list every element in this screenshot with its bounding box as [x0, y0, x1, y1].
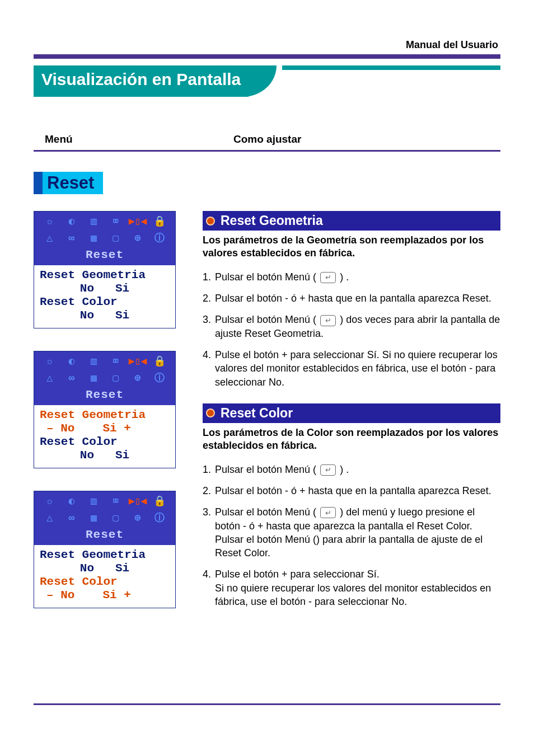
osd-opt-no: No: [80, 562, 94, 575]
osd-title: Reset: [34, 527, 175, 545]
osd-opt-no: No: [80, 282, 94, 295]
col-menu: Menú: [34, 133, 233, 145]
osd-panel-2: ☼ ◐ ▥ ⌧ ▶▯◀ 🔒 △ ∞ ▦ ▢ ⊕ ⓘ Reset Reset Ge…: [34, 351, 176, 468]
plus-icon: ⊕: [127, 372, 148, 385]
loop-icon: ∞: [60, 232, 82, 245]
geometry-icon: ▥: [83, 495, 105, 508]
enter-icon: ↵: [320, 507, 336, 518]
section-chip-reset: Reset: [34, 172, 103, 194]
window-icon: ▢: [105, 232, 127, 245]
info-icon: ⓘ: [149, 372, 171, 385]
osd-item-color-active: Reset Color: [40, 575, 170, 589]
geometry-icon: ▥: [83, 215, 105, 228]
manual-label: Manual del Usuario: [34, 39, 500, 51]
step: 3. Pulsar el botón Menú ( ↵ ) dos veces …: [203, 313, 500, 340]
grid-icon: ▦: [83, 372, 105, 385]
columns-rule: [34, 150, 500, 152]
lock-icon: 🔒: [149, 495, 171, 508]
loop-icon: ∞: [60, 511, 82, 525]
reset-icon: ▶▯◀: [127, 215, 148, 228]
col-how: Como ajustar: [233, 133, 500, 145]
position-icon: ⌧: [105, 355, 127, 368]
step: 1. Pulsar el botón Menú ( ↵ ) .: [203, 270, 500, 284]
osd-opt-si: Si: [115, 309, 129, 322]
contrast-icon: ◐: [60, 495, 82, 508]
contrast-icon: ◐: [60, 215, 82, 228]
info-icon: ⓘ: [149, 232, 171, 245]
osd-opt-si-plus: Si +: [102, 422, 130, 435]
warning-icon: △: [39, 372, 60, 385]
block-sub-color: Los parámetros de la Color son reemplaza…: [203, 426, 500, 453]
block-sub-geom: Los parámetros de la Geometría son reemp…: [203, 234, 500, 260]
reset-icon: ▶▯◀: [127, 355, 148, 368]
plus-icon: ⊕: [127, 232, 148, 245]
brightness-icon: ☼: [39, 215, 60, 228]
osd-opt-si: Si: [115, 282, 129, 295]
osd-item-geom: Reset Geometria: [40, 269, 170, 282]
position-icon: ⌧: [105, 215, 127, 228]
header-rule: [34, 54, 500, 59]
position-icon: ⌧: [105, 495, 127, 508]
block-header-geom: Reset Geometria: [203, 211, 500, 231]
lock-icon: 🔒: [149, 215, 171, 228]
enter-icon: ↵: [320, 464, 336, 476]
osd-panel-3: ☼ ◐ ▥ ⌧ ▶▯◀ 🔒 △ ∞ ▦ ▢ ⊕ ⓘ Reset Reset Ge…: [34, 491, 176, 608]
column-headers: Menú Como ajustar: [34, 133, 500, 145]
bullet-icon: [206, 217, 215, 226]
step: 1. Pulsar el botón Menú ( ↵ ) .: [203, 463, 500, 476]
step: 2.Pulsar el botón - ó + hasta que en la …: [203, 484, 500, 497]
geometry-icon: ▥: [83, 355, 105, 368]
page-title-banner: Visualización en Pantalla: [34, 65, 500, 97]
osd-opt-minus-no: – No: [46, 589, 74, 602]
osd-icon-row: ☼ ◐ ▥ ⌧ ▶▯◀ 🔒 △ ∞ ▦ ▢ ⊕ ⓘ: [34, 351, 175, 387]
steps-color: 1. Pulsar el botón Menú ( ↵ ) . 2.Pulsar…: [203, 463, 500, 609]
osd-icon-row: ☼ ◐ ▥ ⌧ ▶▯◀ 🔒 △ ∞ ▦ ▢ ⊕ ⓘ: [34, 212, 175, 247]
steps-geom: 1. Pulsar el botón Menú ( ↵ ) . 2.Pulsar…: [203, 270, 500, 389]
plus-icon: ⊕: [127, 511, 148, 525]
osd-opt-no: No: [80, 309, 94, 322]
block-title-color: Reset Color: [221, 406, 293, 421]
window-icon: ▢: [105, 372, 127, 385]
step: 4.Pulse el botón + para seleccionar Sí. …: [203, 348, 500, 389]
osd-opt-si: Si: [115, 562, 129, 575]
osd-panel-1: ☼ ◐ ▥ ⌧ ▶▯◀ 🔒 △ ∞ ▦ ▢ ⊕ ⓘ Reset Reset Ge…: [34, 211, 176, 328]
osd-item-geom-active: Reset Geometria: [40, 408, 170, 422]
block-title-geom: Reset Geometria: [221, 213, 323, 228]
info-icon: ⓘ: [149, 511, 171, 525]
brightness-icon: ☼: [39, 355, 60, 368]
step: 3. Pulsar el botón Menú ( ↵ ) del menú y…: [203, 505, 500, 560]
contrast-icon: ◐: [60, 355, 82, 368]
osd-title: Reset: [34, 387, 175, 405]
osd-opt-minus-no: – No: [46, 422, 74, 435]
osd-opt-si: Si: [115, 449, 129, 462]
warning-icon: △: [39, 511, 60, 525]
grid-icon: ▦: [83, 232, 105, 245]
osd-opt-no: No: [80, 449, 94, 462]
osd-opt-si-plus: Si +: [102, 589, 130, 602]
grid-icon: ▦: [83, 511, 105, 525]
osd-item-color: Reset Color: [40, 295, 170, 309]
enter-icon: ↵: [320, 315, 336, 326]
page-title: Visualización en Pantalla: [41, 70, 241, 88]
enter-icon: ↵: [320, 272, 336, 283]
osd-icon-row: ☼ ◐ ▥ ⌧ ▶▯◀ 🔒 △ ∞ ▦ ▢ ⊕ ⓘ: [34, 491, 175, 527]
loop-icon: ∞: [60, 372, 82, 385]
window-icon: ▢: [105, 511, 127, 525]
reset-icon: ▶▯◀: [127, 495, 148, 508]
bullet-icon: [206, 408, 215, 417]
step: 4. Pulse el botón + para seleccionar Sí.…: [203, 567, 500, 608]
step: 2.Pulsar el botón - ó + hasta que en la …: [203, 292, 500, 305]
lock-icon: 🔒: [149, 355, 171, 368]
block-header-color: Reset Color: [203, 403, 500, 423]
brightness-icon: ☼: [39, 495, 60, 508]
osd-item-color: Reset Color: [40, 435, 170, 449]
osd-title: Reset: [34, 247, 175, 265]
osd-item-geom: Reset Geometria: [40, 548, 170, 562]
section-chip-label: Reset: [43, 172, 103, 194]
footer-rule: [34, 703, 500, 705]
warning-icon: △: [39, 232, 60, 245]
